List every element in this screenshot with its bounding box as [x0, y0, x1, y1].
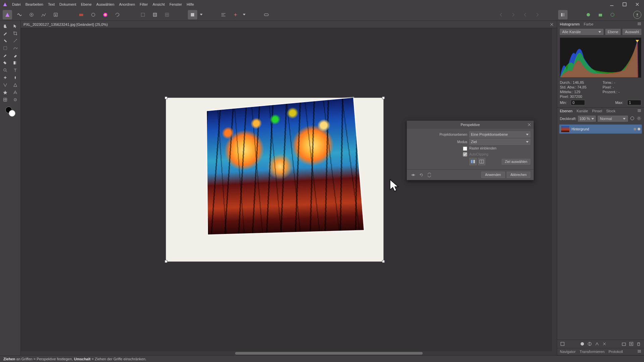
gear-icon[interactable]: [637, 116, 641, 121]
color-swatch[interactable]: [5, 107, 15, 117]
hand-tool-icon[interactable]: [1, 22, 10, 29]
cloud2-icon[interactable]: [596, 10, 605, 19]
move-tool-icon[interactable]: [11, 22, 20, 29]
blur-tool-icon[interactable]: [11, 74, 20, 81]
grid-large-icon[interactable]: [162, 10, 172, 19]
history-prev2-icon[interactable]: [521, 10, 530, 19]
apply-button[interactable]: Anwenden: [481, 172, 504, 178]
menu-anordnen[interactable]: Anordnen: [119, 2, 135, 6]
history-prev-icon[interactable]: [496, 10, 506, 19]
grid-small-icon[interactable]: [138, 10, 148, 19]
menu-auswaehlen[interactable]: Auswählen: [96, 2, 114, 6]
max-input[interactable]: [627, 100, 641, 105]
wand-tool-icon[interactable]: [11, 37, 20, 44]
circle-icon[interactable]: [89, 10, 98, 19]
projection-select[interactable]: Eine Projektionsebene: [469, 131, 530, 137]
menu-text[interactable]: Text: [48, 2, 55, 6]
eyedropper-tool-icon[interactable]: [11, 96, 20, 103]
panel-menu-icon[interactable]: [637, 22, 641, 26]
visibility-toggle[interactable]: [638, 128, 640, 130]
canvas-scrollbar-vertical[interactable]: [552, 28, 557, 351]
raster-checkbox[interactable]: [463, 146, 467, 151]
menu-datei[interactable]: Datei: [12, 2, 21, 6]
menu-hilfe[interactable]: Hilfe: [186, 2, 194, 6]
gradient-tool-icon[interactable]: [11, 59, 20, 66]
adjustment-icon[interactable]: [587, 341, 592, 347]
reset-icon[interactable]: [418, 172, 424, 178]
persona-tone-icon[interactable]: [39, 10, 48, 19]
tab-close-icon[interactable]: [549, 22, 554, 27]
eraser-tool-icon[interactable]: [11, 52, 20, 59]
artistic-text-icon[interactable]: [11, 88, 20, 96]
grid-med-icon[interactable]: [150, 10, 160, 19]
document-frame[interactable]: [166, 98, 384, 262]
zoom-tool-icon[interactable]: [1, 66, 10, 74]
align-icon[interactable]: [219, 10, 228, 19]
dialog-title[interactable]: Perspektive: [407, 121, 534, 129]
brush-tool-icon[interactable]: [1, 52, 10, 59]
tab-layers[interactable]: Ebenen: [560, 109, 573, 113]
color-wheel-icon[interactable]: [101, 10, 110, 19]
fill-tool-icon[interactable]: [1, 59, 10, 66]
window-maximize-button[interactable]: [621, 1, 629, 7]
persona-liquify-icon[interactable]: [15, 10, 24, 19]
opacity-input[interactable]: 100 %: [578, 116, 596, 122]
layer-item[interactable]: Hintergrund: [559, 124, 642, 134]
text-tool-icon[interactable]: [11, 66, 20, 74]
chevron-down-icon[interactable]: [243, 14, 246, 15]
arrange-icon[interactable]: [558, 10, 568, 19]
menu-fenster[interactable]: Fenster: [169, 2, 182, 6]
shape-tool-icon[interactable]: [11, 81, 20, 88]
before-after-icon[interactable]: [469, 158, 477, 165]
pen-tool-icon[interactable]: [1, 29, 10, 37]
menu-ebene[interactable]: Ebene: [81, 2, 92, 6]
raw-icon[interactable]: [76, 10, 86, 19]
tab-stock[interactable]: Stock: [606, 109, 615, 113]
channel-select[interactable]: Alle Kanäle: [560, 29, 603, 35]
document-tab[interactable]: PXL_20230127_135623241.jpg [Geändert] (2…: [23, 22, 108, 26]
node-tool-icon[interactable]: [1, 81, 10, 88]
clone-tool-icon[interactable]: [1, 37, 10, 44]
menu-ansicht[interactable]: Ansicht: [153, 2, 165, 6]
marquee-tool-icon[interactable]: [1, 44, 10, 52]
menu-filter[interactable]: Filter: [140, 2, 148, 6]
mesh-tool-icon[interactable]: [1, 96, 10, 103]
history-next2-icon[interactable]: [533, 10, 542, 19]
bottom-panel-menu-icon[interactable]: [637, 350, 641, 354]
tab-histogram[interactable]: Histogramm: [560, 22, 580, 26]
canvas-scrollbar-horizontal[interactable]: [21, 351, 557, 355]
mode-select[interactable]: Ziel: [469, 139, 530, 145]
menu-dokument[interactable]: Dokument: [59, 2, 76, 6]
lasso-icon[interactable]: [113, 10, 122, 19]
persona-photo-icon[interactable]: [3, 10, 12, 19]
view-mode-icon[interactable]: [188, 10, 197, 19]
account-icon[interactable]: [633, 11, 641, 19]
chevron-down-icon[interactable]: [200, 14, 203, 15]
tab-transform[interactable]: Transformieren: [580, 350, 604, 354]
tab-navigator[interactable]: Navigator: [560, 350, 576, 354]
target-select-button[interactable]: Ziel auswählen: [502, 159, 530, 165]
persona-export-icon[interactable]: [51, 10, 60, 19]
tab-brush[interactable]: Pinsel: [592, 109, 602, 113]
fx-icon[interactable]: [630, 116, 635, 121]
menu-bearbeiten[interactable]: Bearbeiten: [25, 2, 43, 6]
sparkle-icon[interactable]: [231, 10, 240, 19]
cloud3-icon[interactable]: [608, 10, 617, 19]
star-tool-icon[interactable]: [1, 88, 10, 96]
layer-style-icon[interactable]: [560, 341, 565, 347]
layers-menu-icon[interactable]: [637, 109, 641, 113]
blend-mode-select[interactable]: Normal: [598, 116, 628, 122]
preview-eye-icon[interactable]: [410, 172, 416, 178]
cloud-icon[interactable]: [584, 10, 593, 19]
group-icon[interactable]: [621, 341, 627, 347]
window-minimize-button[interactable]: [608, 1, 616, 7]
fx-layer-icon[interactable]: [594, 341, 600, 347]
tab-color[interactable]: Farbe: [584, 22, 593, 26]
min-input[interactable]: [571, 100, 585, 105]
live-filter-icon[interactable]: [602, 341, 607, 347]
scope-auswahl-button[interactable]: Auswahl: [623, 29, 641, 35]
crop-tool-icon[interactable]: [11, 29, 20, 37]
persona-develop-icon[interactable]: [27, 10, 36, 19]
freehand-tool-icon[interactable]: [11, 44, 20, 52]
tab-history[interactable]: Protokoll: [608, 350, 623, 354]
